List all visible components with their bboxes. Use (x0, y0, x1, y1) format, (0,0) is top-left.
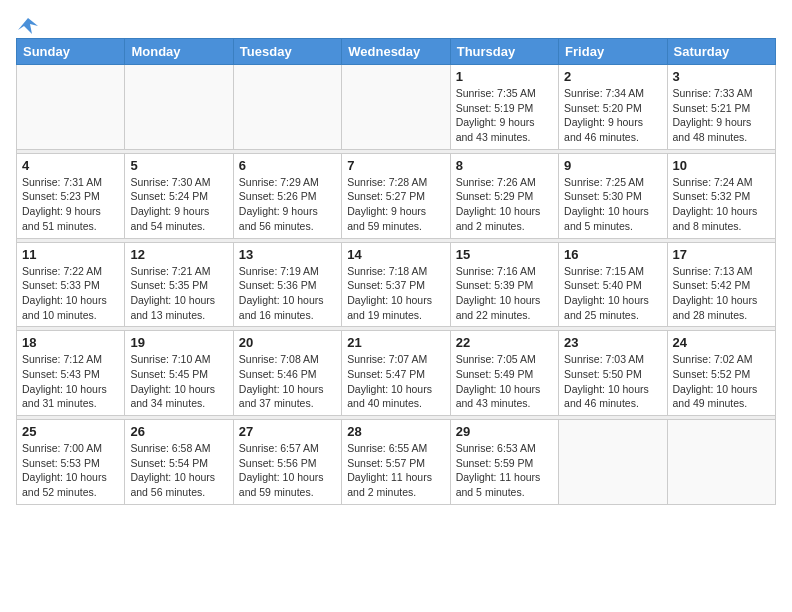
calendar-cell: 16Sunrise: 7:15 AM Sunset: 5:40 PM Dayli… (559, 242, 667, 327)
day-info: Sunrise: 7:02 AM Sunset: 5:52 PM Dayligh… (673, 352, 770, 411)
calendar-cell: 18Sunrise: 7:12 AM Sunset: 5:43 PM Dayli… (17, 331, 125, 416)
calendar-week-row: 11Sunrise: 7:22 AM Sunset: 5:33 PM Dayli… (17, 242, 776, 327)
weekday-header: Monday (125, 39, 233, 65)
calendar-cell: 11Sunrise: 7:22 AM Sunset: 5:33 PM Dayli… (17, 242, 125, 327)
day-number: 8 (456, 158, 553, 173)
calendar-week-row: 25Sunrise: 7:00 AM Sunset: 5:53 PM Dayli… (17, 420, 776, 505)
calendar-cell: 28Sunrise: 6:55 AM Sunset: 5:57 PM Dayli… (342, 420, 450, 505)
day-info: Sunrise: 7:03 AM Sunset: 5:50 PM Dayligh… (564, 352, 661, 411)
day-info: Sunrise: 7:12 AM Sunset: 5:43 PM Dayligh… (22, 352, 119, 411)
day-number: 19 (130, 335, 227, 350)
calendar-week-row: 4Sunrise: 7:31 AM Sunset: 5:23 PM Daylig… (17, 153, 776, 238)
calendar-cell: 5Sunrise: 7:30 AM Sunset: 5:24 PM Daylig… (125, 153, 233, 238)
day-info: Sunrise: 7:13 AM Sunset: 5:42 PM Dayligh… (673, 264, 770, 323)
day-info: Sunrise: 7:21 AM Sunset: 5:35 PM Dayligh… (130, 264, 227, 323)
day-info: Sunrise: 7:10 AM Sunset: 5:45 PM Dayligh… (130, 352, 227, 411)
day-info: Sunrise: 7:15 AM Sunset: 5:40 PM Dayligh… (564, 264, 661, 323)
day-number: 22 (456, 335, 553, 350)
calendar-cell (233, 65, 341, 150)
day-info: Sunrise: 7:22 AM Sunset: 5:33 PM Dayligh… (22, 264, 119, 323)
day-number: 5 (130, 158, 227, 173)
day-info: Sunrise: 7:18 AM Sunset: 5:37 PM Dayligh… (347, 264, 444, 323)
calendar-cell: 25Sunrise: 7:00 AM Sunset: 5:53 PM Dayli… (17, 420, 125, 505)
day-info: Sunrise: 7:26 AM Sunset: 5:29 PM Dayligh… (456, 175, 553, 234)
calendar-cell: 2Sunrise: 7:34 AM Sunset: 5:20 PM Daylig… (559, 65, 667, 150)
day-number: 18 (22, 335, 119, 350)
day-number: 11 (22, 247, 119, 262)
day-number: 25 (22, 424, 119, 439)
day-info: Sunrise: 7:07 AM Sunset: 5:47 PM Dayligh… (347, 352, 444, 411)
weekday-header: Tuesday (233, 39, 341, 65)
calendar-cell: 8Sunrise: 7:26 AM Sunset: 5:29 PM Daylig… (450, 153, 558, 238)
day-number: 17 (673, 247, 770, 262)
logo (16, 16, 38, 30)
calendar-table: SundayMondayTuesdayWednesdayThursdayFrid… (16, 38, 776, 505)
day-info: Sunrise: 7:33 AM Sunset: 5:21 PM Dayligh… (673, 86, 770, 145)
calendar-cell: 13Sunrise: 7:19 AM Sunset: 5:36 PM Dayli… (233, 242, 341, 327)
calendar-cell: 1Sunrise: 7:35 AM Sunset: 5:19 PM Daylig… (450, 65, 558, 150)
calendar-cell: 10Sunrise: 7:24 AM Sunset: 5:32 PM Dayli… (667, 153, 775, 238)
calendar-cell: 22Sunrise: 7:05 AM Sunset: 5:49 PM Dayli… (450, 331, 558, 416)
day-info: Sunrise: 7:16 AM Sunset: 5:39 PM Dayligh… (456, 264, 553, 323)
day-info: Sunrise: 6:57 AM Sunset: 5:56 PM Dayligh… (239, 441, 336, 500)
day-info: Sunrise: 7:08 AM Sunset: 5:46 PM Dayligh… (239, 352, 336, 411)
day-number: 9 (564, 158, 661, 173)
day-number: 15 (456, 247, 553, 262)
weekday-header-row: SundayMondayTuesdayWednesdayThursdayFrid… (17, 39, 776, 65)
day-info: Sunrise: 7:24 AM Sunset: 5:32 PM Dayligh… (673, 175, 770, 234)
day-number: 26 (130, 424, 227, 439)
day-number: 28 (347, 424, 444, 439)
weekday-header: Saturday (667, 39, 775, 65)
calendar-cell: 24Sunrise: 7:02 AM Sunset: 5:52 PM Dayli… (667, 331, 775, 416)
day-number: 10 (673, 158, 770, 173)
day-info: Sunrise: 6:55 AM Sunset: 5:57 PM Dayligh… (347, 441, 444, 500)
day-number: 16 (564, 247, 661, 262)
calendar-cell: 9Sunrise: 7:25 AM Sunset: 5:30 PM Daylig… (559, 153, 667, 238)
calendar-cell: 7Sunrise: 7:28 AM Sunset: 5:27 PM Daylig… (342, 153, 450, 238)
calendar-week-row: 18Sunrise: 7:12 AM Sunset: 5:43 PM Dayli… (17, 331, 776, 416)
day-number: 13 (239, 247, 336, 262)
day-info: Sunrise: 7:29 AM Sunset: 5:26 PM Dayligh… (239, 175, 336, 234)
calendar-cell: 14Sunrise: 7:18 AM Sunset: 5:37 PM Dayli… (342, 242, 450, 327)
calendar-week-row: 1Sunrise: 7:35 AM Sunset: 5:19 PM Daylig… (17, 65, 776, 150)
calendar-cell: 17Sunrise: 7:13 AM Sunset: 5:42 PM Dayli… (667, 242, 775, 327)
calendar-cell: 20Sunrise: 7:08 AM Sunset: 5:46 PM Dayli… (233, 331, 341, 416)
calendar-cell: 29Sunrise: 6:53 AM Sunset: 5:59 PM Dayli… (450, 420, 558, 505)
calendar-cell (667, 420, 775, 505)
day-number: 3 (673, 69, 770, 84)
day-number: 2 (564, 69, 661, 84)
day-number: 14 (347, 247, 444, 262)
weekday-header: Thursday (450, 39, 558, 65)
calendar-cell (17, 65, 125, 150)
weekday-header: Sunday (17, 39, 125, 65)
day-number: 20 (239, 335, 336, 350)
logo-bird-icon (18, 16, 38, 34)
page-header (16, 16, 776, 30)
day-info: Sunrise: 6:53 AM Sunset: 5:59 PM Dayligh… (456, 441, 553, 500)
calendar-cell: 3Sunrise: 7:33 AM Sunset: 5:21 PM Daylig… (667, 65, 775, 150)
calendar-cell: 21Sunrise: 7:07 AM Sunset: 5:47 PM Dayli… (342, 331, 450, 416)
day-number: 27 (239, 424, 336, 439)
calendar-cell: 19Sunrise: 7:10 AM Sunset: 5:45 PM Dayli… (125, 331, 233, 416)
day-info: Sunrise: 7:19 AM Sunset: 5:36 PM Dayligh… (239, 264, 336, 323)
day-info: Sunrise: 7:28 AM Sunset: 5:27 PM Dayligh… (347, 175, 444, 234)
calendar-cell: 23Sunrise: 7:03 AM Sunset: 5:50 PM Dayli… (559, 331, 667, 416)
day-info: Sunrise: 7:35 AM Sunset: 5:19 PM Dayligh… (456, 86, 553, 145)
day-info: Sunrise: 6:58 AM Sunset: 5:54 PM Dayligh… (130, 441, 227, 500)
weekday-header: Wednesday (342, 39, 450, 65)
calendar-cell: 27Sunrise: 6:57 AM Sunset: 5:56 PM Dayli… (233, 420, 341, 505)
day-info: Sunrise: 7:00 AM Sunset: 5:53 PM Dayligh… (22, 441, 119, 500)
calendar-cell (125, 65, 233, 150)
day-info: Sunrise: 7:34 AM Sunset: 5:20 PM Dayligh… (564, 86, 661, 145)
day-number: 29 (456, 424, 553, 439)
day-info: Sunrise: 7:30 AM Sunset: 5:24 PM Dayligh… (130, 175, 227, 234)
calendar-cell: 15Sunrise: 7:16 AM Sunset: 5:39 PM Dayli… (450, 242, 558, 327)
calendar-cell (559, 420, 667, 505)
weekday-header: Friday (559, 39, 667, 65)
calendar-cell: 4Sunrise: 7:31 AM Sunset: 5:23 PM Daylig… (17, 153, 125, 238)
day-info: Sunrise: 7:25 AM Sunset: 5:30 PM Dayligh… (564, 175, 661, 234)
day-number: 23 (564, 335, 661, 350)
day-number: 1 (456, 69, 553, 84)
svg-marker-0 (18, 18, 38, 34)
day-info: Sunrise: 7:05 AM Sunset: 5:49 PM Dayligh… (456, 352, 553, 411)
